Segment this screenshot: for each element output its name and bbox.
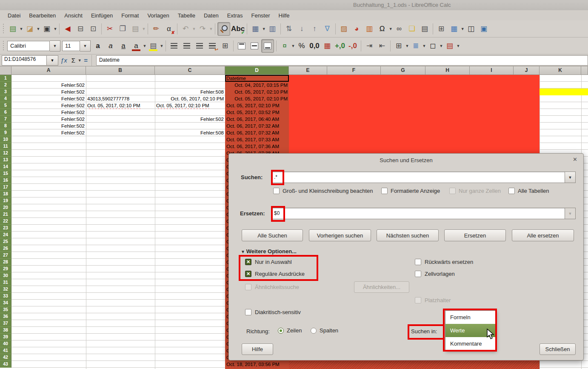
save-button[interactable]: ▣ bbox=[41, 23, 53, 35]
chevron-down-icon[interactable]: ▼ bbox=[80, 40, 91, 51]
highlight-color-button[interactable]: ▤ bbox=[147, 40, 159, 52]
row-header-22[interactable]: 22 bbox=[0, 218, 11, 225]
special-character-button[interactable]: Ω bbox=[376, 23, 388, 35]
checkbox-icon[interactable] bbox=[245, 271, 251, 277]
column-header-B[interactable]: B bbox=[86, 66, 155, 75]
name-box[interactable]: D1:D1048576 bbox=[2, 55, 47, 66]
cell-A7[interactable]: Fehler:502 bbox=[11, 116, 86, 123]
row-header-10[interactable]: 10 bbox=[0, 136, 11, 143]
search-dropdown-icon[interactable]: ▼ bbox=[565, 172, 576, 183]
cell-B5[interactable]: Oct. 05, 2017, 02:10 PM bbox=[86, 102, 155, 109]
found-cells-hatch-row43[interactable] bbox=[289, 361, 539, 369]
row-header-30[interactable]: 30 bbox=[0, 272, 11, 279]
wrap-text-button[interactable]: ↩ bbox=[206, 40, 218, 52]
undo-button[interactable]: ↶ bbox=[180, 23, 191, 35]
column-header-H[interactable]: H bbox=[425, 66, 470, 75]
checkbox-icon[interactable] bbox=[415, 271, 421, 277]
cell-C4[interactable]: Oct. 05, 2017, 02:10 PM bbox=[155, 95, 225, 102]
undo-button-dropdown-icon[interactable]: ▼ bbox=[192, 27, 196, 31]
checkbox-icon[interactable] bbox=[245, 309, 251, 315]
sort-descending-button[interactable]: ↑ bbox=[308, 23, 320, 35]
dropdown-option-formeln[interactable]: Formeln bbox=[445, 311, 495, 324]
cell-D11[interactable]: Oct. 06, 2017, 07:36 AM bbox=[225, 143, 289, 150]
find-next-button[interactable]: Nächsten suchen bbox=[377, 229, 439, 241]
row-header-41[interactable]: 41 bbox=[0, 347, 11, 354]
print-preview-button[interactable]: ⊡ bbox=[87, 23, 99, 35]
cell-D4[interactable]: Oct. 05, 2017, 02:10 PM bbox=[225, 95, 289, 102]
hyperlink-button[interactable]: ∞ bbox=[393, 23, 405, 35]
copy-button[interactable]: ❐ bbox=[117, 23, 128, 35]
find-replace-button[interactable] bbox=[217, 22, 230, 36]
column-header-K[interactable]: K bbox=[539, 66, 581, 75]
cell-C5[interactable]: Oct. 05, 2017, 02:10 PM bbox=[155, 102, 225, 109]
row-header-16[interactable]: 16 bbox=[0, 177, 11, 184]
italic-button[interactable]: a bbox=[105, 40, 117, 52]
row-header-15[interactable]: 15 bbox=[0, 170, 11, 177]
cell-D7[interactable]: Oct. 06, 2017, 06:40 AM bbox=[225, 116, 289, 123]
percent-format-button[interactable]: % bbox=[296, 40, 308, 52]
row-header-13[interactable]: 13 bbox=[0, 157, 11, 163]
row-header-20[interactable]: 20 bbox=[0, 204, 11, 211]
row-header-2[interactable]: 2 bbox=[0, 82, 11, 89]
column-header-G[interactable]: G bbox=[381, 66, 425, 75]
background-color-button[interactable]: ▤ bbox=[444, 40, 456, 52]
font-size-value[interactable]: 11 bbox=[62, 41, 80, 51]
cell-C7[interactable]: Fehler:502 bbox=[155, 116, 225, 123]
checkbox-groß-und-kleinschreibung-beachten[interactable]: Groß- und Kleinschreibung beachten bbox=[273, 188, 373, 194]
row-header-33[interactable]: 33 bbox=[0, 293, 11, 300]
paste-button-dropdown-icon[interactable]: ▼ bbox=[142, 27, 146, 31]
row-header-21[interactable]: 21 bbox=[0, 211, 11, 218]
cell-A6[interactable]: Fehler:502 bbox=[11, 109, 86, 116]
menu-item-daten[interactable]: Daten bbox=[200, 11, 223, 20]
column-header-C[interactable]: C bbox=[155, 66, 225, 75]
close-icon[interactable]: ✕ bbox=[573, 156, 577, 163]
menu-item-hilfe[interactable]: Hilfe bbox=[274, 11, 294, 20]
sort-button[interactable]: ⇅ bbox=[283, 23, 295, 35]
autofilter-button[interactable]: ∇ bbox=[321, 23, 333, 35]
cell-D9[interactable]: Oct. 06, 2017, 07:32 AM bbox=[225, 129, 289, 136]
menu-item-einfügen[interactable]: Einfügen bbox=[87, 11, 117, 20]
borders-button-dropdown-icon[interactable]: ▼ bbox=[405, 44, 409, 48]
align-bottom-button[interactable] bbox=[261, 39, 274, 53]
menu-item-extras[interactable]: Extras bbox=[223, 11, 247, 20]
menu-item-format[interactable]: Format bbox=[117, 11, 143, 20]
font-name-combo[interactable]: Calibri ▼ bbox=[7, 40, 60, 51]
checkbox-icon[interactable] bbox=[415, 259, 421, 265]
toolbar-grip[interactable] bbox=[2, 41, 5, 51]
center-vertically-button[interactable] bbox=[248, 40, 260, 52]
checkbox-nur-in-auswahl[interactable]: Nur in Auswahl bbox=[245, 259, 292, 265]
merge-cells-button[interactable]: ⊞ bbox=[219, 40, 231, 52]
row-header-31[interactable]: 31 bbox=[0, 279, 11, 286]
cell-D8[interactable]: Oct. 06, 2017, 07:32 AM bbox=[225, 123, 289, 129]
border-color-button-dropdown-icon[interactable]: ▼ bbox=[439, 44, 443, 48]
checkbox-icon[interactable] bbox=[245, 259, 251, 265]
spelling-button[interactable]: Abc✔ bbox=[231, 23, 245, 35]
new-document-button[interactable]: ▤ bbox=[7, 23, 19, 35]
checkbox-alle-tabellen[interactable]: Alle Tabellen bbox=[508, 188, 549, 194]
freeze-rows-columns-button[interactable]: ▦ bbox=[448, 23, 460, 35]
row-header-42[interactable]: 42 bbox=[0, 354, 11, 361]
column-header-I[interactable]: I bbox=[470, 66, 514, 75]
name-box-dropdown-icon[interactable]: ▼ bbox=[47, 55, 58, 66]
export-pdf-button[interactable]: ◀ bbox=[62, 23, 74, 35]
number-format-button[interactable]: 0,0 bbox=[308, 40, 320, 52]
menu-item-bearbeiten[interactable]: Bearbeiten bbox=[25, 11, 60, 20]
cell-D5[interactable]: Oct. 05, 2017, 02:10 PM bbox=[225, 102, 289, 109]
underline-button[interactable]: a bbox=[117, 40, 129, 52]
row-header-26[interactable]: 26 bbox=[0, 245, 11, 252]
menu-item-vorlagen[interactable]: Vorlagen bbox=[143, 11, 173, 20]
row-header-36[interactable]: 36 bbox=[0, 313, 11, 320]
align-right-button[interactable] bbox=[194, 40, 206, 52]
font-size-combo[interactable]: 11 ▼ bbox=[62, 40, 91, 51]
select-all-corner[interactable] bbox=[0, 66, 11, 75]
row-header-5[interactable]: 5 bbox=[0, 102, 11, 109]
border-color-button[interactable]: ◻ bbox=[427, 40, 439, 52]
row-header-8[interactable]: 8 bbox=[0, 123, 11, 129]
new-document-button-dropdown-icon[interactable]: ▼ bbox=[19, 27, 23, 31]
redo-button[interactable]: ↷ bbox=[197, 23, 208, 35]
row-header-34[interactable]: 34 bbox=[0, 300, 11, 306]
column-header-partial[interactable] bbox=[581, 66, 588, 75]
close-button[interactable]: Schließen bbox=[539, 343, 576, 355]
row-header-37[interactable]: 37 bbox=[0, 320, 11, 327]
row-header-25[interactable]: 25 bbox=[0, 238, 11, 245]
